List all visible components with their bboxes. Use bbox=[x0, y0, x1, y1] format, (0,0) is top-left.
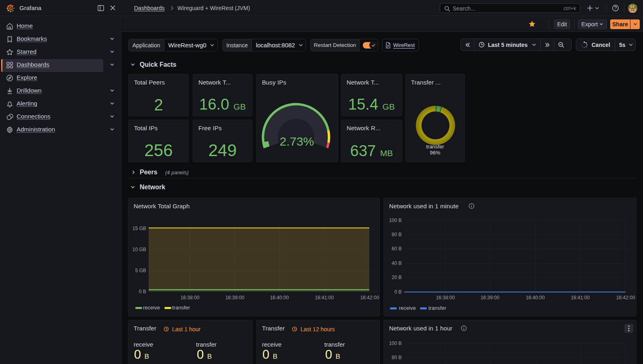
svg-text:2.73%: 2.73% bbox=[279, 135, 314, 148]
